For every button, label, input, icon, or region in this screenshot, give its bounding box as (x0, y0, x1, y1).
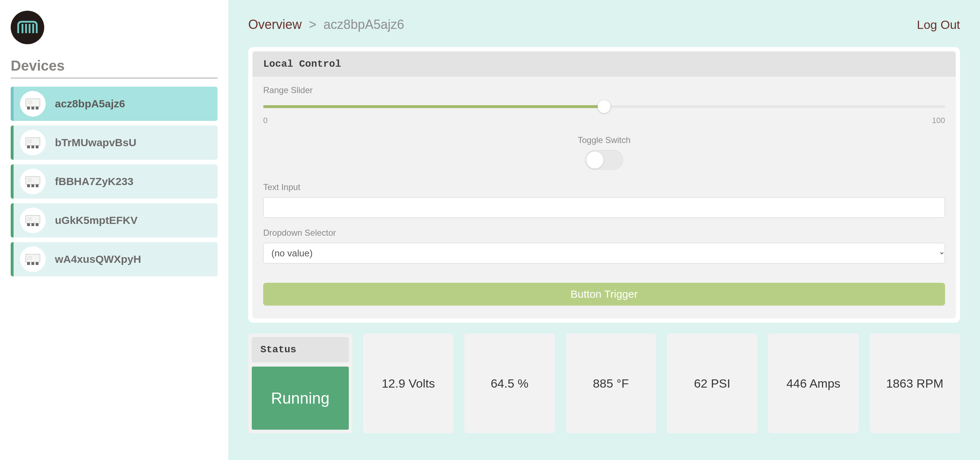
toggle-label: Toggle Switch (263, 135, 945, 145)
dropdown-label: Dropdown Selector (263, 228, 945, 238)
device-item[interactable]: uGkK5mptEFKV (11, 203, 218, 237)
svg-rect-35 (36, 262, 38, 265)
metrics-row: Status Running 12.9 Volts64.5 %885 °F62 … (248, 333, 960, 433)
text-input[interactable] (263, 197, 945, 218)
device-icon (20, 130, 46, 156)
breadcrumb: Overview > acz8bpA5ajz6 (248, 17, 404, 32)
device-label: fBBHA7ZyK233 (55, 175, 134, 188)
local-control-panel: Local Control Range Slider 0 100 Toggle (248, 47, 960, 323)
svg-rect-19 (27, 185, 30, 187)
device-label: bTrMUwapvBsU (55, 137, 136, 149)
device-label: uGkK5mptEFKV (55, 214, 138, 226)
svg-rect-21 (36, 185, 38, 187)
metric-card: 446 Amps (768, 333, 859, 433)
logo-icon (17, 19, 38, 36)
device-item[interactable]: fBBHA7ZyK233 (11, 164, 218, 199)
metric-card: 64.5 % (465, 333, 555, 433)
svg-rect-33 (27, 262, 30, 265)
device-item[interactable]: wA4xusQWXpyH (11, 242, 218, 276)
dropdown-selector[interactable]: (no value) (263, 243, 945, 264)
metric-card: 12.9 Volts (363, 333, 453, 433)
device-item[interactable]: acz8bpA5ajz6 (11, 87, 218, 121)
breadcrumb-root[interactable]: Overview (248, 17, 302, 32)
device-label: wA4xusQWXpyH (55, 253, 141, 265)
svg-rect-5 (27, 107, 30, 110)
sidebar: Devices acz8bpA5ajz6 (0, 0, 228, 460)
svg-rect-18 (25, 177, 40, 185)
trigger-button[interactable]: Button Trigger (263, 283, 945, 306)
breadcrumb-leaf: acz8bpA5ajz6 (323, 17, 404, 32)
app-logo[interactable] (11, 11, 44, 44)
status-card: Status Running (248, 333, 352, 433)
text-input-label: Text Input (263, 182, 945, 192)
status-title: Status (252, 337, 349, 362)
devices-heading: Devices (11, 58, 218, 74)
device-item[interactable]: bTrMUwapvBsU (11, 126, 218, 160)
svg-rect-11 (25, 138, 40, 145)
svg-rect-14 (36, 145, 38, 148)
slider-max: 100 (932, 116, 945, 125)
device-icon (20, 247, 46, 272)
metric-card: 885 °F (566, 333, 656, 433)
device-icon (20, 91, 46, 116)
device-icon (20, 207, 46, 233)
svg-rect-12 (27, 145, 30, 148)
metric-card: 62 PSI (667, 333, 757, 433)
svg-rect-27 (31, 223, 34, 226)
topbar: Overview > acz8bpA5ajz6 Log Out (248, 17, 960, 32)
status-value: Running (252, 366, 349, 430)
slider-label: Range Slider (263, 85, 945, 95)
svg-rect-34 (31, 262, 34, 265)
device-icon (20, 169, 46, 194)
svg-rect-13 (31, 145, 34, 148)
svg-rect-7 (36, 107, 38, 110)
svg-rect-6 (31, 107, 34, 110)
svg-rect-4 (25, 99, 40, 107)
toggle-switch[interactable] (585, 150, 624, 170)
range-slider[interactable] (263, 100, 945, 112)
svg-rect-26 (27, 223, 30, 226)
device-label: acz8bpA5ajz6 (55, 98, 125, 110)
metric-card: 1863 RPM (869, 333, 960, 433)
logout-link[interactable]: Log Out (917, 18, 960, 32)
divider (11, 77, 218, 79)
slider-min: 0 (263, 116, 267, 125)
svg-rect-28 (36, 223, 38, 226)
svg-rect-32 (25, 254, 40, 262)
main-content: Overview > acz8bpA5ajz6 Log Out Local Co… (228, 0, 980, 460)
breadcrumb-sep: > (309, 17, 316, 32)
panel-title: Local Control (253, 51, 956, 77)
svg-rect-25 (25, 215, 40, 223)
svg-rect-20 (31, 185, 34, 187)
